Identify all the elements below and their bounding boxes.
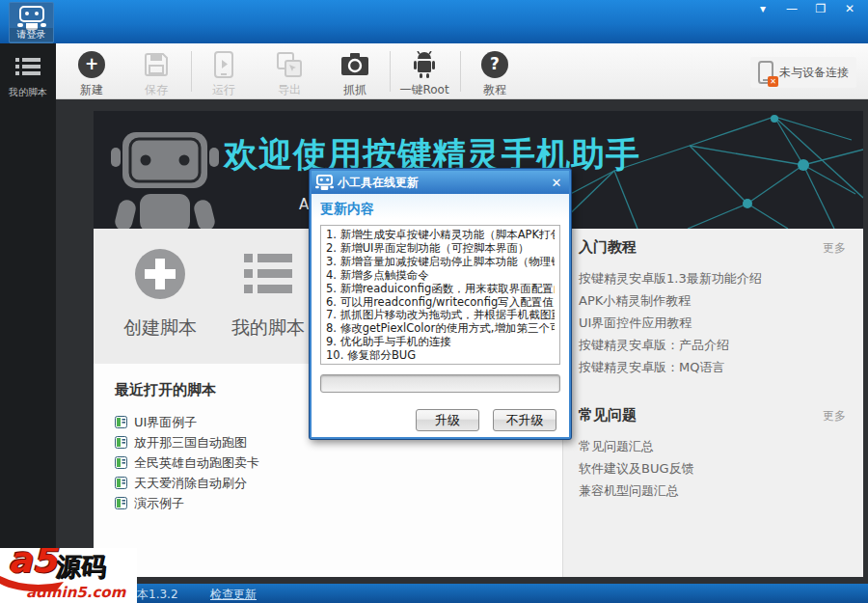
menu-arrow-icon[interactable]: ▾	[748, 0, 777, 19]
question-icon: ?	[481, 51, 508, 78]
login-label[interactable]: 请登录	[10, 28, 53, 41]
toolbar-separator	[460, 51, 461, 92]
progress-bar	[320, 374, 560, 393]
script-doc-icon	[115, 436, 127, 449]
update-item: 5. 新增readuiconfig函数，用来获取界面配置的值。	[326, 283, 555, 296]
skip-upgrade-button[interactable]: 不升级	[493, 409, 556, 431]
toolbar-save-button[interactable]: 保存	[123, 49, 189, 98]
toolbar-root-button[interactable]: 一键Root	[392, 49, 457, 98]
script-doc-icon	[115, 456, 127, 469]
tutorials-more-link[interactable]: 更多	[823, 240, 846, 257]
upgrade-button[interactable]: 升级	[416, 409, 479, 431]
create-script-button[interactable]: 创建脚本	[102, 246, 218, 341]
plus-circle-icon	[134, 248, 186, 300]
dialog-close-button[interactable]: ✕	[548, 176, 565, 190]
dialog-title: 小工具在线更新	[338, 175, 544, 191]
update-item: 4. 新增多点触摸命令	[326, 269, 555, 283]
minimize-button[interactable]: —	[777, 0, 806, 19]
toolbar-run-label: 运行	[191, 82, 257, 98]
save-floppy-icon	[144, 52, 169, 77]
toolbar: + 新建 保存 运行	[56, 43, 868, 99]
banner-subtitle: A	[299, 196, 309, 213]
update-content-heading: 更新内容	[320, 201, 560, 218]
tutorial-link[interactable]: 按键精灵安卓版1.3最新功能介绍	[579, 270, 846, 292]
recent-script-label: UI界面例子	[134, 414, 197, 431]
robot-dialog-icon	[315, 175, 334, 191]
update-item: 10. 修复部分BUG	[326, 349, 555, 363]
a5-watermark: a5 源码 admin5.com	[0, 548, 137, 603]
script-doc-icon	[115, 497, 127, 509]
watermark-yuanma: 源码	[54, 550, 108, 584]
update-item: 7. 抓抓图片移动改为拖动式，并根据手机截图重新定	[326, 309, 555, 322]
sidebar: 我的脚本	[0, 43, 56, 603]
check-update-link[interactable]: 检查更新	[210, 587, 257, 603]
recent-script-label: 全民英雄自动跑图卖卡	[134, 454, 259, 472]
sidebar-my-scripts-label: 我的脚本	[0, 86, 56, 99]
toolbar-tutorial-label: 教程	[462, 82, 528, 98]
list-icon	[244, 254, 292, 294]
script-doc-icon	[115, 477, 127, 489]
recent-script-label: 放开那三国自动跑图	[134, 434, 247, 452]
recent-script-item[interactable]: 全民英雄自动跑图卖卡	[115, 452, 562, 473]
toolbar-separator	[390, 51, 391, 92]
dialog-titlebar: 小工具在线更新 ✕	[312, 171, 569, 194]
tutorials-title: 入门教程	[579, 238, 637, 257]
toolbar-tutorial-button[interactable]: ? 教程	[462, 49, 528, 98]
login-avatar-block[interactable]: 请登录	[9, 2, 54, 43]
version-label: 本1.3.2	[137, 587, 178, 603]
recent-script-item[interactable]: 天天爱消除自动刷分	[115, 473, 562, 493]
faq-title: 常见问题	[579, 406, 637, 425]
export-windows-icon	[276, 51, 303, 78]
recent-script-label: 天天爱消除自动刷分	[134, 475, 247, 492]
update-item: 9. 优化助手与手机的连接	[326, 336, 555, 349]
phone-disconnected-icon: ✕	[758, 61, 773, 84]
close-button[interactable]: ✕	[835, 0, 864, 19]
toolbar-capture-label: 抓抓	[322, 82, 388, 98]
create-script-label: 创建脚本	[102, 315, 218, 341]
toolbar-export-button[interactable]: 导出	[257, 49, 322, 98]
faq-link[interactable]: 软件建议及BUG反馈	[579, 460, 846, 482]
list-icon	[15, 57, 41, 76]
device-status-label: 未与设备连接	[779, 65, 849, 81]
watermark-domain: admin5.com	[26, 584, 125, 601]
tutorial-link[interactable]: 按键精灵安卓版：MQ语言	[579, 359, 846, 381]
update-item: 1. 新增生成安卓按键小精灵功能（脚本APK打包生成）	[326, 229, 555, 242]
toolbar-run-button[interactable]: 运行	[191, 49, 257, 98]
update-dialog: 小工具在线更新 ✕ 更新内容 1. 新增生成安卓按键小精灵功能（脚本APK打包生…	[309, 168, 572, 440]
titlebar: ▾ — ❐ ✕	[0, 0, 868, 43]
update-items-listbox[interactable]: 1. 新增生成安卓按键小精灵功能（脚本APK打包生成） 2. 新增UI界面定制功…	[320, 225, 560, 365]
robot-mascot	[105, 126, 226, 229]
toolbar-new-label: 新建	[59, 82, 124, 98]
faq-link[interactable]: 兼容机型问题汇总	[579, 482, 846, 505]
sidebar-item-my-scripts[interactable]: 我的脚本	[0, 57, 56, 99]
tutorial-link[interactable]: APK小精灵制作教程	[579, 292, 846, 315]
faq-link[interactable]: 常见问题汇总	[579, 438, 846, 460]
update-item: 6. 可以用readconfig/writeconfig写入配置值，并在	[326, 296, 555, 310]
script-doc-icon	[115, 416, 127, 428]
update-item: 8. 修改getPiexlColor的使用方式,增加第三个可选参	[326, 322, 555, 336]
watermark-a5: a5	[8, 548, 57, 581]
tutorial-link[interactable]: UI界面控件应用教程	[579, 315, 846, 337]
run-phone-icon	[214, 51, 233, 78]
device-status[interactable]: ✕ 未与设备连接	[750, 57, 856, 88]
recent-script-label: 演示例子	[134, 495, 184, 512]
tutorial-link[interactable]: 按键精灵安卓版：产品介绍	[579, 337, 846, 359]
toolbar-root-label: 一键Root	[392, 82, 457, 98]
toolbar-new-button[interactable]: + 新建	[59, 49, 124, 98]
toolbar-save-label: 保存	[123, 82, 189, 98]
recent-script-item[interactable]: 演示例子	[115, 493, 562, 513]
camera-icon	[340, 53, 369, 76]
update-item: 2. 新增UI界面定制功能（可控脚本界面）	[326, 242, 555, 256]
toolbar-export-label: 导出	[257, 82, 322, 98]
maximize-button[interactable]: ❐	[806, 0, 835, 19]
new-plus-icon: +	[78, 51, 105, 78]
update-item: 3. 新增音量加减按键启动停止脚本功能（物理键控制	[326, 256, 555, 269]
faq-more-link[interactable]: 更多	[823, 408, 846, 425]
toolbar-capture-button[interactable]: 抓抓	[322, 49, 388, 98]
android-icon	[410, 51, 439, 78]
right-column: 入门教程 更多 按键精灵安卓版1.3最新功能介绍 APK小精灵制作教程 UI界面…	[562, 229, 863, 577]
dialog-body: 更新内容 1. 新增生成安卓按键小精灵功能（脚本APK打包生成） 2. 新增UI…	[312, 194, 569, 437]
